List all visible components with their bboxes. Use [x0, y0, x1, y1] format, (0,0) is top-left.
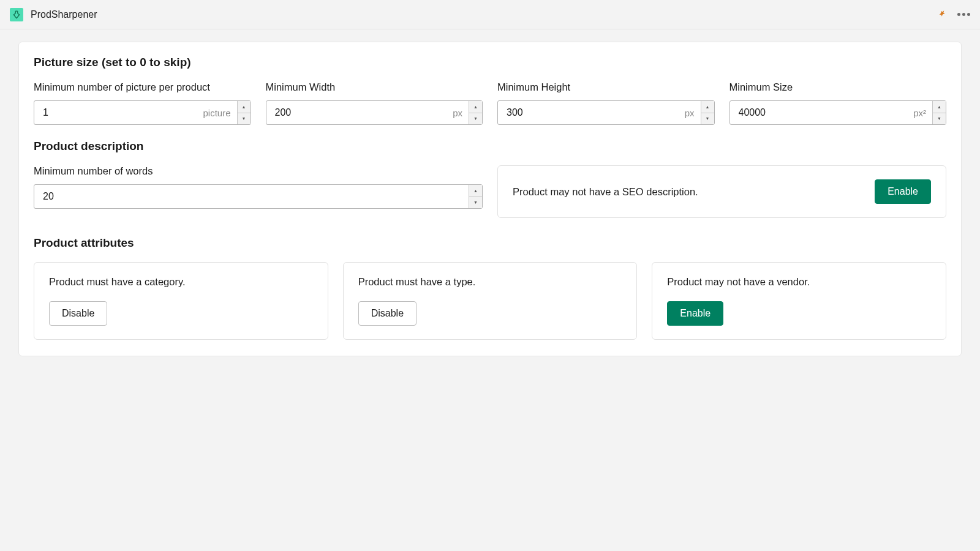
min-width-label: Minimum Width	[266, 81, 483, 93]
chevron-down-icon[interactable]: ▼	[238, 113, 251, 125]
attributes-row: Product must have a category. Disable Pr…	[34, 262, 946, 340]
topbar-right	[938, 9, 970, 20]
min-height-label: Minimum Height	[497, 81, 715, 93]
attribute-disable-button[interactable]: Disable	[358, 301, 417, 326]
app-title: ProdSharpener	[31, 9, 97, 20]
min-picture-count-unit: picture	[197, 101, 236, 124]
attribute-card-vendor: Product may not have a vendor. Enable	[652, 262, 946, 340]
picture-section-title: Picture size (set to 0 to skip)	[34, 56, 946, 69]
attribute-text: Product may not have a vendor.	[667, 276, 931, 288]
min-width-stepper: ▲ ▼	[469, 101, 482, 124]
app-icon	[10, 8, 23, 21]
seo-card-wrap: Product may not have a SEO description. …	[497, 165, 946, 218]
min-width-unit: px	[447, 101, 469, 124]
min-width-input[interactable]	[266, 101, 447, 124]
seo-card: Product may not have a SEO description. …	[497, 165, 946, 218]
min-words-field: Minimum number of words ▲ ▼	[34, 165, 483, 209]
top-bar: ProdSharpener	[0, 0, 980, 29]
min-picture-count-label: Minimum number of picture per product	[34, 81, 251, 93]
attribute-text: Product must have a category.	[49, 276, 313, 288]
content-area: Picture size (set to 0 to skip) Minimum …	[0, 29, 980, 369]
attribute-disable-button[interactable]: Disable	[49, 301, 107, 326]
min-words-label: Minimum number of words	[34, 165, 483, 177]
min-height-input[interactable]	[498, 101, 679, 124]
chevron-up-icon[interactable]: ▲	[238, 101, 251, 113]
attribute-enable-button[interactable]: Enable	[667, 301, 723, 326]
picture-fields-row: Minimum number of picture per product pi…	[34, 81, 946, 125]
chevron-down-icon[interactable]: ▼	[933, 113, 946, 125]
min-words-stepper: ▲ ▼	[469, 185, 482, 208]
min-picture-count-input[interactable]	[34, 101, 197, 124]
min-size-stepper: ▲ ▼	[932, 101, 946, 124]
attributes-section-title: Product attributes	[34, 236, 946, 250]
seo-enable-button[interactable]: Enable	[875, 179, 931, 204]
seo-notice-text: Product may not have a SEO description.	[513, 186, 698, 198]
min-size-input[interactable]	[730, 101, 908, 124]
description-row: Minimum number of words ▲ ▼ Product may …	[34, 165, 946, 218]
topbar-left: ProdSharpener	[10, 8, 97, 21]
chevron-up-icon[interactable]: ▲	[933, 101, 946, 113]
attribute-text: Product must have a type.	[358, 276, 622, 288]
chevron-up-icon[interactable]: ▲	[469, 185, 482, 197]
min-picture-count-stepper: ▲ ▼	[237, 101, 251, 124]
min-height-wrap: px ▲ ▼	[497, 100, 715, 125]
min-size-field: Minimum Size px² ▲ ▼	[729, 81, 947, 125]
min-height-unit: px	[679, 101, 701, 124]
chevron-up-icon[interactable]: ▲	[469, 101, 482, 113]
attribute-card-type: Product must have a type. Disable	[343, 262, 638, 340]
chevron-down-icon[interactable]: ▼	[469, 197, 482, 209]
min-size-unit: px²	[907, 101, 932, 124]
min-words-wrap: ▲ ▼	[34, 184, 483, 209]
min-height-stepper: ▲ ▼	[701, 101, 714, 124]
min-width-wrap: px ▲ ▼	[266, 100, 483, 125]
min-picture-count-field: Minimum number of picture per product pi…	[34, 81, 251, 125]
min-picture-count-wrap: picture ▲ ▼	[34, 100, 251, 125]
min-width-field: Minimum Width px ▲ ▼	[266, 81, 483, 125]
chevron-up-icon[interactable]: ▲	[701, 101, 714, 113]
min-height-field: Minimum Height px ▲ ▼	[497, 81, 715, 125]
min-size-label: Minimum Size	[729, 81, 947, 93]
description-section-title: Product description	[34, 140, 946, 153]
more-icon[interactable]	[957, 13, 970, 16]
attribute-card-category: Product must have a category. Disable	[34, 262, 328, 340]
chevron-down-icon[interactable]: ▼	[469, 113, 482, 125]
pin-icon[interactable]	[938, 9, 946, 20]
min-words-input[interactable]	[34, 185, 469, 208]
min-size-wrap: px² ▲ ▼	[729, 100, 947, 125]
settings-panel: Picture size (set to 0 to skip) Minimum …	[18, 42, 962, 356]
chevron-down-icon[interactable]: ▼	[701, 113, 714, 125]
